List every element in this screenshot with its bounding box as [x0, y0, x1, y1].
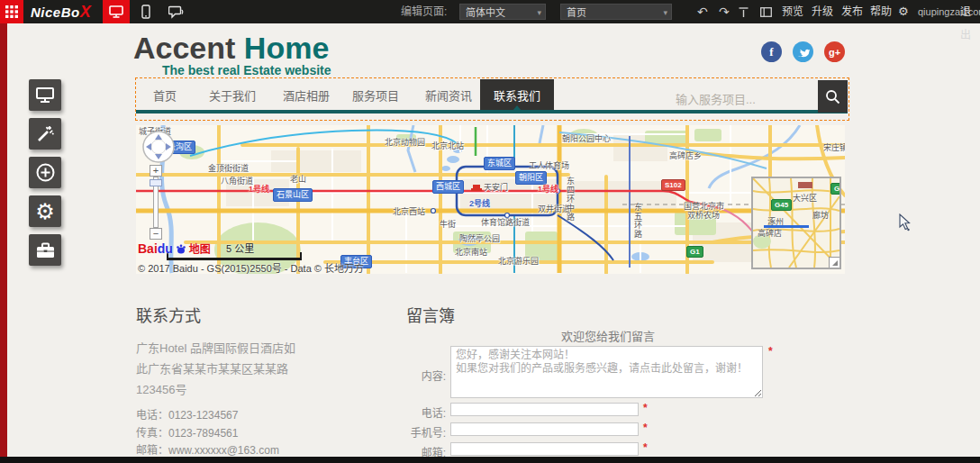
nav-item-services[interactable]: 服务项目 — [352, 86, 399, 104]
collapse-arrow-icon — [832, 260, 838, 266]
road-shield-g45: G45 — [771, 199, 792, 211]
contact-phone: 电话：0123-1234567 — [136, 406, 238, 422]
text-tool-icon — [739, 7, 749, 17]
help-menu[interactable]: 帮助 — [870, 0, 892, 23]
language-value: 简体中文 — [466, 7, 505, 18]
settings-gear-icon[interactable]: ⚙ — [898, 0, 909, 23]
mouse-cursor — [899, 213, 912, 232]
map-label: 宋庄镇 — [823, 143, 845, 152]
panel-layout-icon — [760, 7, 772, 17]
metro-line2-label: 2号线 — [469, 199, 490, 208]
editor-screen: NiceBoX 编辑页面: 简体中文▾ 首页▾ ↶ ↷ — [0, 0, 980, 463]
search-input[interactable] — [674, 88, 817, 110]
district-badge: 东城区 — [484, 157, 515, 170]
map-overview-inset[interactable]: 大兴区 廊坊 涿州 高碑店 G45 G4 — [751, 177, 841, 269]
phone-input[interactable] — [450, 403, 639, 416]
preview-menu[interactable]: 预览 — [782, 0, 803, 23]
briefcase-icon — [36, 242, 55, 259]
googleplus-button[interactable]: g+ — [824, 41, 845, 62]
map-pan-control[interactable] — [141, 130, 176, 168]
facebook-icon: f — [769, 45, 773, 59]
road-shield-s102: S102 — [661, 179, 685, 191]
facebook-button[interactable]: f — [761, 41, 782, 62]
metro-line1-label: 1号线 — [538, 185, 558, 194]
nicebox-logo[interactable]: NiceBoX — [31, 0, 91, 23]
redo-button[interactable]: ↷ — [719, 0, 730, 23]
nav-item-contact-active[interactable]: 联系我们 — [480, 79, 554, 110]
text-style-button[interactable] — [735, 0, 751, 23]
googleplus-icon: g+ — [829, 47, 840, 58]
map-label: 老山 — [290, 175, 306, 184]
upgrade-menu[interactable]: 升级 — [812, 0, 833, 23]
road-name-vertical: 东四环中路 — [565, 177, 576, 222]
panel-layout-button[interactable] — [757, 0, 775, 23]
brand-home: Home — [235, 31, 329, 65]
baidu-logo-bai: Bai — [138, 241, 158, 256]
zoom-in-button[interactable]: + — [150, 165, 162, 177]
feedback-chat-button[interactable] — [164, 0, 187, 23]
message-content-textarea[interactable] — [450, 346, 763, 398]
baidu-logo-ditu: 地图 — [189, 243, 211, 256]
chat-bubble-icon — [168, 5, 184, 19]
nav-item-gallery[interactable]: 酒店相册 — [283, 86, 330, 104]
page-select[interactable]: 首页▾ — [560, 4, 672, 20]
logo-x: X — [80, 3, 92, 21]
twitter-button[interactable] — [793, 41, 813, 62]
contact-fax: 传真：0123-7894561 — [136, 424, 238, 440]
monitor-icon — [36, 87, 54, 103]
required-asterisk: * — [643, 402, 648, 414]
baidu-logo-du: du — [158, 241, 173, 256]
settings-button[interactable]: ⚙ — [29, 195, 61, 227]
contact-address-line: 123456号 — [136, 380, 186, 397]
map-label: 体育馆路街道 — [481, 218, 530, 227]
district-badge: 西城区 — [432, 180, 464, 194]
map-label: 北京动物园 — [385, 138, 425, 147]
desktop-view-button[interactable] — [29, 79, 61, 111]
site-logo[interactable]: Accent Home — [133, 31, 329, 66]
nav-item-home[interactable]: 首页 — [153, 86, 177, 104]
undo-button[interactable]: ↶ — [697, 0, 708, 23]
nav-active-label: 联系我们 — [494, 86, 540, 104]
magic-wand-icon — [36, 125, 54, 143]
logout-link[interactable]: 退出 — [960, 0, 980, 23]
twitter-bird-icon — [797, 47, 810, 58]
map-label: 金顶街街道 — [208, 164, 249, 173]
district-badge: 朝阳区 — [515, 171, 547, 185]
email-input[interactable] — [450, 442, 639, 456]
map-label: 朝阳公园中心 — [562, 134, 611, 143]
add-module-button[interactable] — [29, 157, 61, 188]
required-asterisk: * — [643, 441, 648, 454]
zoom-slider-handle[interactable] — [150, 179, 162, 186]
contact-address-line: 此广东省某某市某某区某某路 — [136, 359, 288, 377]
apps-grid-button[interactable] — [0, 0, 23, 23]
monitor-icon — [109, 5, 123, 18]
map-label: 高碑店乡 — [669, 151, 702, 160]
inset-label: 廊坊 — [812, 209, 829, 221]
desktop-preview-button[interactable] — [103, 0, 130, 23]
baidu-paw-icon — [177, 244, 186, 254]
nav-item-about[interactable]: 关于我们 — [209, 86, 256, 104]
zoom-out-button[interactable]: − — [150, 228, 162, 240]
design-wizard-button[interactable] — [29, 118, 61, 150]
district-badge: 石景山区 — [273, 188, 313, 202]
map-copyright: © 2017 Baidu - GS(2015)2550号 - Data © 长地… — [138, 260, 364, 274]
nav-item-news[interactable]: 新闻资讯 — [425, 86, 472, 104]
baidu-maps-logo[interactable]: Baidu 地图 — [138, 241, 211, 256]
map-label: 工人体育场 — [529, 161, 569, 170]
active-tab-arrow — [513, 105, 522, 111]
search-button[interactable] — [818, 80, 848, 113]
publish-menu[interactable]: 发布 — [841, 0, 863, 23]
map-label: 天安门 — [484, 183, 508, 192]
inset-collapse-button[interactable] — [829, 257, 839, 268]
toolbox-button[interactable] — [29, 234, 61, 266]
site-tagline: The best real Estate website — [162, 63, 331, 77]
map-label: 北京游乐园 — [498, 257, 539, 266]
baidu-map[interactable]: 城子街道 金顶街街道 八角街道 老山 北京动物园 北京北站 工人体育场 天安门 … — [136, 125, 845, 274]
map-label: 北京西站 — [393, 207, 425, 216]
language-select[interactable]: 简体中文▾ — [459, 4, 546, 20]
map-label: 北京南站 — [455, 248, 487, 257]
mobile-input[interactable] — [450, 422, 639, 436]
editor-bottom-bar — [0, 457, 980, 463]
map-label: 国营北京市 — [684, 202, 724, 211]
mobile-preview-button[interactable] — [135, 0, 157, 23]
